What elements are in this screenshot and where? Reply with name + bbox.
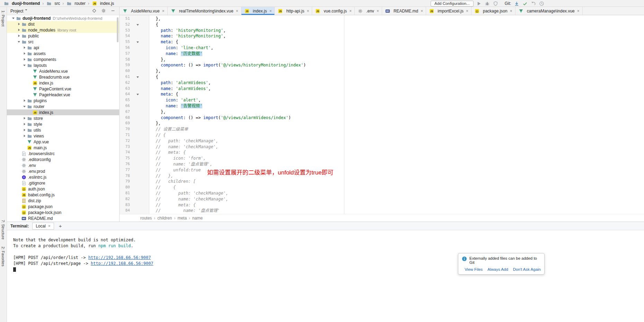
tree-item[interactable]: AsideMenu.vue [7,68,119,74]
breadcrumb-item[interactable]: duoji-frontend [3,1,41,6]
new-terminal-button[interactable]: + [58,223,63,229]
tree-item[interactable]: .browserslistrc [7,151,119,156]
tree-item[interactable]: node_moduleslibrary root [7,27,119,33]
chevron-down-icon[interactable] [11,17,16,20]
fold-icon[interactable] [130,91,149,97]
tree-item[interactable]: .env [7,162,119,168]
run-icon[interactable] [476,1,482,6]
code-line[interactable]: 70 // 设置二级菜单 [120,126,644,132]
tree-item[interactable]: .editorconfig [7,156,119,162]
notification-action[interactable]: Don't Ask Again [513,267,541,271]
toolwindow-structure-button[interactable]: 7: Structure [1,220,5,240]
code-line[interactable]: 62 path: 'alarmVideos', [120,80,644,86]
fold-icon[interactable] [130,74,149,80]
code-line[interactable]: 51 }, [120,16,644,22]
breadcrumb-item[interactable]: src [45,1,61,6]
tree-item[interactable]: JSindex.js [7,109,119,115]
tree-item[interactable]: api [7,45,119,51]
fold-icon[interactable] [130,22,149,28]
terminal-link[interactable]: http://192.168.66.56:9007 [91,261,153,266]
editor-tab[interactable]: .env× [355,7,382,15]
toolwindow-favorites-button[interactable]: 2: Favorites [1,247,5,266]
chevron-down-icon[interactable] [22,64,27,67]
tree-item[interactable]: views [7,133,119,139]
tree-item[interactable]: PageHeader.vue [7,92,119,98]
tree-item[interactable]: .gitignore [7,180,119,186]
tree-item[interactable]: duoji-frontendD:\zheheWeb\duoji-frontend [7,15,119,21]
chevron-right-icon[interactable] [16,34,21,37]
code-line[interactable]: 68 component: () => import('@/views/alar… [120,115,644,121]
code-line[interactable]: 65 icon: 'alert', [120,97,644,103]
close-icon[interactable]: × [421,9,423,14]
close-icon[interactable]: × [307,9,309,14]
tree-item[interactable]: JSbabel.config.js [7,192,119,198]
editor-breadcrumb-item[interactable]: children [157,216,172,221]
chevron-right-icon[interactable] [22,123,27,126]
tree-item[interactable]: {}auth.json [7,186,119,192]
editor-tab[interactable]: {}package.json× [471,7,515,15]
git-revert-icon[interactable] [530,1,536,6]
fold-icon[interactable] [130,39,149,45]
editor-tab[interactable]: cameraManage\index.vue× [515,7,583,15]
terminal-link[interactable]: http://192.168.66.56:9007 [88,255,151,260]
chevron-right-icon[interactable] [22,58,27,61]
code-line[interactable]: 78 // }, [120,173,644,179]
editor-breadcrumb-item[interactable]: name [192,216,203,221]
code-line[interactable]: 64 meta: { [120,91,644,97]
code-line[interactable]: 54 name: 'historyMonitoring', [120,33,644,39]
terminal-tab-local[interactable]: Local × [32,223,54,230]
tree-item[interactable]: App.vue [7,139,119,145]
code-line[interactable]: 58 }, [120,57,644,63]
chevron-down-icon[interactable] [16,40,21,43]
tree-item[interactable]: JSmain.js [7,145,119,151]
code-line[interactable]: 71 // { [120,132,644,138]
code-line[interactable]: 80 // { [120,185,644,190]
code-line[interactable]: 69 }, [120,120,644,126]
chevron-right-icon[interactable] [22,99,27,102]
chevron-right-icon[interactable] [22,46,27,49]
code-line[interactable]: 55 meta: { [120,39,644,45]
tree-item[interactable]: layouts [7,62,119,68]
tree-item[interactable]: router [7,104,119,109]
tree-item[interactable]: MDREADME.md [7,215,119,221]
hide-panel-icon[interactable] [111,8,116,14]
breadcrumb-item[interactable]: router [65,1,86,6]
close-icon[interactable]: × [349,9,352,14]
editor-tab[interactable]: MDREADME.md× [382,7,426,15]
code-line[interactable]: 63 name: 'alarmVideos', [120,86,644,92]
editor-tab[interactable]: realTimeMonitoring\index.vue× [168,7,241,15]
close-icon[interactable]: × [377,9,379,14]
code-line[interactable]: 57 name: '历史数据' [120,51,644,57]
tree-item[interactable]: dist [7,21,119,27]
tree-item[interactable]: style [7,121,119,127]
code-line[interactable]: 59 component: () => import('@/views/hist… [120,62,644,68]
code-editor[interactable]: 51 },52 {53 path: 'historyMonitoring',54… [120,15,644,214]
code-line[interactable]: 72 // path: 'checkManage', [120,138,644,144]
code-line[interactable]: 61 { [120,74,644,80]
tree-item[interactable]: Breadcrumb.vue [7,74,119,80]
tree-item[interactable]: src [7,39,119,45]
code-line[interactable]: 67 }, [120,109,644,115]
close-icon[interactable]: × [466,9,468,14]
editor-tab[interactable]: JSindex.js× [241,7,275,15]
tree-item[interactable]: dist.zip [7,198,119,204]
tree-item[interactable]: .env.prod [7,168,119,174]
add-configuration-button[interactable]: Add Configuration... [431,1,474,7]
chevron-right-icon[interactable] [22,128,27,132]
gear-icon[interactable] [101,8,106,14]
code-line[interactable]: 79 // children: [ [120,179,644,185]
editor-breadcrumb-item[interactable]: meta [177,216,187,221]
toolwindow-project-button[interactable]: 1: Project [1,10,5,26]
code-line[interactable]: 60 }, [120,68,644,74]
close-icon[interactable]: × [236,9,238,14]
editor-breadcrumb-item[interactable]: routes [140,216,152,221]
tree-item[interactable]: store [7,115,119,121]
tree-item[interactable]: assets [7,51,119,56]
code-line[interactable]: 52 { [120,22,644,28]
close-icon[interactable]: × [162,9,165,14]
git-history-icon[interactable] [539,1,544,6]
scrollbar-thumb[interactable] [117,17,118,42]
coverage-icon[interactable] [493,1,499,6]
code-line[interactable]: 56 icon: 'line-chart', [120,45,644,51]
notification-action[interactable]: Always Add [487,267,508,271]
